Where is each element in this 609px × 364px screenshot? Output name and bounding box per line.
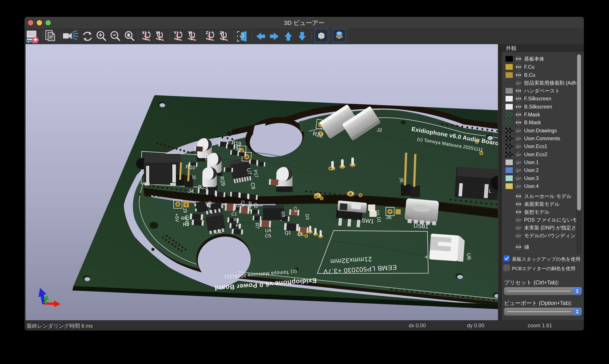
svg-text:U7: U7: [246, 168, 253, 175]
svg-text:J6: J6: [386, 214, 392, 220]
svg-text:U1: U1: [215, 228, 222, 235]
svg-text:J2: J2: [191, 174, 197, 180]
svg-text:R6: R6: [181, 215, 187, 221]
svg-text:L: L: [489, 188, 492, 194]
svg-text:Z: Z: [206, 30, 208, 35]
svg-text:R10: R10: [185, 164, 195, 170]
svg-text:C9: C9: [250, 182, 257, 190]
svg-text:J5: J5: [398, 177, 405, 183]
svg-text:U4: U4: [265, 228, 272, 234]
svg-text:R5: R5: [247, 201, 253, 207]
svg-text:C2: C2: [253, 202, 259, 209]
svg-text:D4: D4: [210, 155, 216, 161]
svg-text:X: X: [142, 30, 145, 35]
svg-text:+: +: [424, 253, 428, 260]
svg-text:C5: C5: [265, 233, 272, 239]
svg-text:R2: R2: [236, 223, 242, 228]
svg-text:U6: U6: [466, 253, 472, 260]
svg-text:Q1: Q1: [285, 230, 291, 235]
svg-text:+5V: +5V: [174, 213, 180, 222]
svg-text:Y: Y: [174, 30, 177, 35]
svg-text:U3: U3: [205, 200, 212, 206]
svg-text:R23: R23: [198, 184, 208, 191]
svg-text:J2: J2: [376, 127, 382, 133]
svg-text:C3: C3: [240, 200, 246, 207]
svg-text:C4: C4: [293, 206, 298, 213]
svg-text:USB1: USB1: [414, 222, 429, 230]
svg-text:R3: R3: [183, 221, 189, 227]
svg-text:J4: J4: [188, 188, 194, 194]
svg-text:R7: R7: [254, 222, 260, 230]
svg-text:SW1: SW1: [361, 217, 374, 225]
svg-text:R9: R9: [280, 211, 286, 217]
svg-text:C6: C6: [297, 232, 304, 237]
svg-text:C1: C1: [231, 211, 237, 217]
svg-text:R1: R1: [233, 217, 239, 222]
svg-text:D3: D3: [305, 214, 310, 220]
